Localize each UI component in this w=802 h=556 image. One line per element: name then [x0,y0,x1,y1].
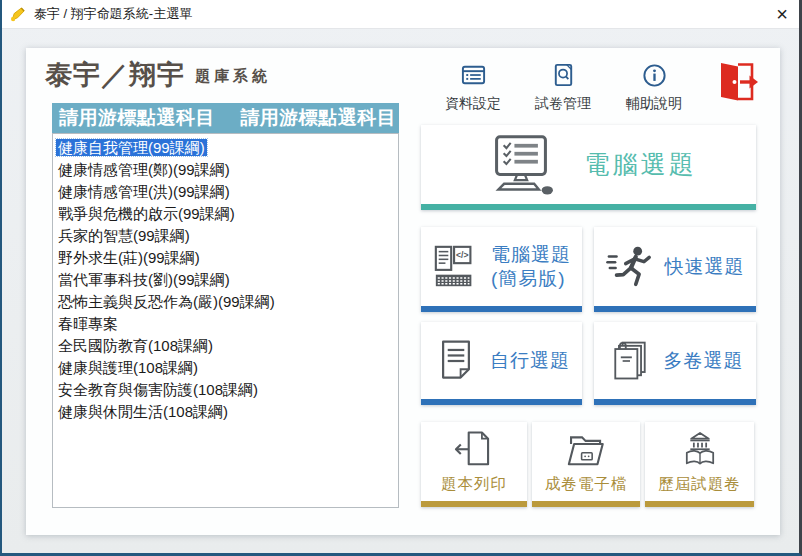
app-window: 泰宇 / 翔宇命題系統-主選單 × 泰宇／翔宇題庫系統 請用游標點選科目 請用游… [0,0,802,556]
computer-icon [481,134,561,196]
exam-manage-icon [550,62,577,89]
exit-button[interactable] [714,59,760,107]
multi-select-label: 多卷選題 [664,349,744,373]
exam-file-button[interactable]: 成卷電子檔 [532,422,640,507]
computer-select-label: 電腦選題 [585,148,697,181]
subject-item[interactable]: 健康情感管理(洪)(99課綱) [53,181,398,203]
subject-item[interactable]: 野外求生(莊)(99課綱) [53,247,398,269]
runner-icon [606,243,654,291]
fast-select-button[interactable]: 快速選題 [594,227,756,312]
toolbar-label: 資料設定 [443,95,503,113]
subject-item[interactable]: 健康與休閒生活(108課綱) [53,401,398,423]
subject-listbox[interactable]: 健康自我管理(99課綱) 健康情感管理(鄭)(99課綱) 健康情感管理(洪)(9… [52,133,399,508]
simple-computer-select-button[interactable]: </> 電腦選題(簡易版) [421,227,582,312]
subject-item[interactable]: 健康情感管理(鄭)(99課綱) [53,159,398,181]
computer-select-button[interactable]: 電腦選題 [421,125,756,210]
subject-list-header: 請用游標點選科目 請用游標點選科目 [52,103,399,133]
print-booklet-label: 題本列印 [441,474,507,495]
close-button[interactable]: × [776,1,788,27]
subject-item[interactable]: 健康自我管理(99課綱) [53,137,398,159]
subject-item[interactable]: 當代軍事科技(劉)(99課綱) [53,269,398,291]
data-settings-icon [460,62,487,89]
self-select-label: 自行選題 [490,349,570,373]
past-exams-button[interactable]: 歷屆試題卷 [645,422,754,507]
main-panel: 泰宇／翔宇題庫系統 請用游標點選科目 請用游標點選科目 健康自我管理(99課綱)… [26,48,780,535]
bank-icon [678,429,722,473]
subject-item[interactable]: 安全教育與傷害防護(108課綱) [53,379,398,401]
document-icon [433,338,479,384]
brand-title: 泰宇／翔宇 [45,60,185,90]
simple-computer-icon: </> [432,243,480,291]
print-booklet-button[interactable]: 題本列印 [421,422,527,507]
svg-text:</>: </> [456,250,468,260]
stack-icon [607,338,653,384]
subject-item[interactable]: 健康與護理(108課綱) [53,357,398,379]
toolbar-item-help[interactable]: 輔助說明 [624,62,684,113]
subject-item[interactable]: 全民國防教育(108課綱) [53,335,398,357]
window-title: 泰宇 / 翔宇命題系統-主選單 [34,5,192,23]
exam-file-label: 成卷電子檔 [545,474,628,495]
brand-subtitle: 題庫系統 [195,67,271,84]
toolbar-item-data-settings[interactable]: 資料設定 [443,62,503,113]
simple-computer-select-label: 電腦選題(簡易版) [491,243,571,291]
folder-icon [564,429,608,473]
toolbar-label: 輔助說明 [624,95,684,113]
app-logo-icon [9,6,26,23]
exit-door-icon [714,59,760,105]
subject-item[interactable]: 春暉專案 [53,313,398,335]
help-icon [641,62,668,89]
brand: 泰宇／翔宇題庫系統 [45,57,271,93]
fast-select-label: 快速選題 [665,255,745,279]
self-select-button[interactable]: 自行選題 [421,322,582,405]
toolbar-label: 試卷管理 [533,95,593,113]
print-icon [452,429,496,473]
past-exams-label: 歷屆試題卷 [658,474,741,495]
multi-select-button[interactable]: 多卷選題 [594,322,756,405]
toolbar-item-exam-manage[interactable]: 試卷管理 [533,62,593,113]
subject-item[interactable]: 戰爭與危機的啟示(99課綱) [53,203,398,225]
subject-item[interactable]: 兵家的智慧(99課綱) [53,225,398,247]
subject-item[interactable]: 恐怖主義與反恐作為(嚴)(99課綱) [53,291,398,313]
titlebar: 泰宇 / 翔宇命題系統-主選單 × [2,0,799,29]
